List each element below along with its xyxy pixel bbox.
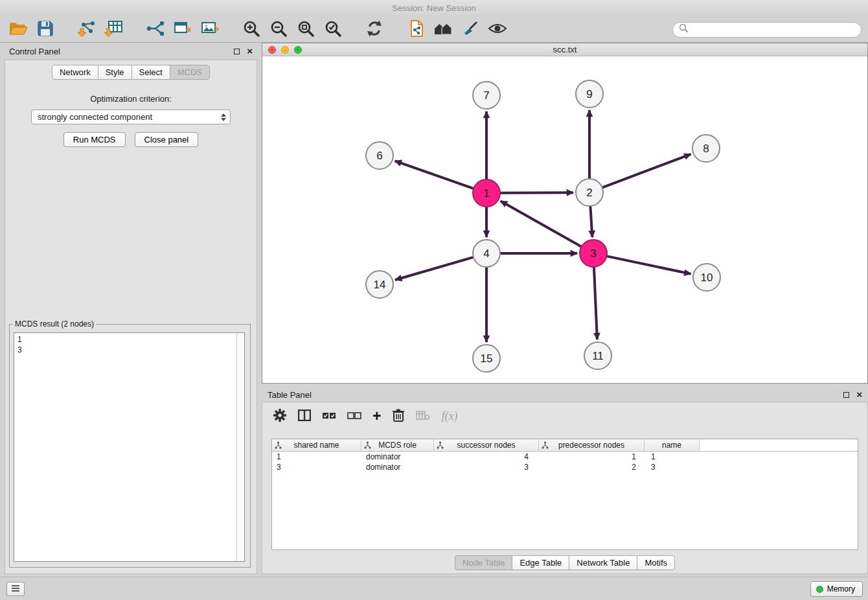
close-panel-icon[interactable]: × — [247, 48, 253, 54]
mcds-result-list[interactable]: 1 3 — [14, 332, 245, 562]
cell-name[interactable]: 3 — [645, 462, 700, 472]
import-table-button[interactable] — [102, 19, 126, 41]
new-view-button[interactable] — [171, 19, 194, 41]
graph-edge-3-1[interactable] — [501, 201, 582, 247]
graph-edge-2-8[interactable] — [602, 154, 691, 188]
tab-style[interactable]: Style — [98, 65, 132, 80]
network-window-titlebar[interactable]: × − + scc.txt — [262, 43, 867, 56]
close-table-panel-icon[interactable]: × — [856, 391, 862, 398]
show-columns-button[interactable] — [298, 406, 311, 426]
function-builder-button[interactable]: f(x) — [441, 406, 457, 426]
zoom-in-button[interactable] — [240, 19, 263, 41]
column-header-name[interactable]: name — [645, 439, 700, 451]
graph-edge-3-11[interactable] — [594, 266, 597, 340]
graph-node-15[interactable]: 15 — [473, 345, 500, 372]
cell-successor-nodes[interactable]: 4 — [434, 452, 539, 462]
cell-shared-name[interactable]: 3 — [272, 462, 361, 472]
graph-edge-4-14[interactable] — [395, 257, 474, 280]
graph-node-8[interactable]: 8 — [692, 135, 720, 162]
minimize-window-icon[interactable]: − — [281, 46, 289, 54]
home-button[interactable] — [431, 19, 455, 41]
export-image-button[interactable] — [198, 19, 222, 41]
search-input[interactable] — [692, 24, 855, 35]
table-row[interactable]: 3 dominator 3 2 3 — [272, 462, 858, 472]
tab-motifs[interactable]: Motifs — [637, 555, 675, 570]
cell-mcds-role[interactable]: dominator — [361, 462, 434, 472]
node-table: shared name MCDS role successor nodes — [271, 439, 858, 550]
zoom-fit-button[interactable] — [294, 19, 317, 41]
tab-edge-table[interactable]: Edge Table — [512, 555, 569, 570]
zoom-window-icon[interactable]: + — [294, 46, 302, 54]
plus-icon: + — [372, 409, 381, 423]
cell-shared-name[interactable]: 1 — [272, 452, 361, 462]
memory-button[interactable]: Memory — [810, 581, 863, 597]
refresh-button[interactable] — [363, 19, 386, 41]
graph-node-11[interactable]: 11 — [584, 342, 611, 369]
tab-network-table[interactable]: Network Table — [569, 555, 637, 570]
cell-successor-nodes[interactable]: 3 — [434, 462, 539, 472]
tab-network[interactable]: Network — [52, 65, 98, 80]
cell-mcds-role[interactable]: dominator — [361, 452, 434, 462]
clone-network-button[interactable] — [404, 19, 428, 41]
close-window-icon[interactable]: × — [268, 46, 276, 54]
table-settings-button[interactable] — [273, 406, 287, 426]
delete-table-button[interactable] — [416, 406, 430, 426]
graph-node-label: 1 — [483, 187, 489, 200]
result-item[interactable]: 1 — [17, 334, 234, 345]
network-canvas[interactable]: 7968124314101511 — [262, 56, 867, 383]
column-header-shared-name[interactable]: shared name — [272, 439, 361, 451]
share-network-button[interactable] — [144, 19, 167, 41]
graph-edge-3-10[interactable] — [606, 256, 691, 274]
graph-edge-1-2[interactable] — [499, 192, 573, 193]
graph-node-6[interactable]: 6 — [366, 142, 393, 169]
column-header-predecessor-nodes[interactable]: predecessor nodes — [539, 439, 645, 451]
import-network-button[interactable] — [75, 19, 98, 41]
network-graph-svg[interactable]: 7968124314101511 — [262, 56, 867, 383]
table-row[interactable]: 1 dominator 4 1 1 — [272, 452, 858, 462]
tab-node-table[interactable]: Node Table — [455, 555, 513, 570]
search-field[interactable] — [672, 22, 862, 38]
zoom-selected-button[interactable] — [321, 19, 345, 41]
float-panel-icon[interactable] — [234, 49, 240, 54]
show-graphics-button[interactable] — [486, 19, 509, 41]
graph-node-label: 8 — [703, 143, 709, 155]
graph-node-10[interactable]: 10 — [693, 264, 720, 291]
graph-node-label: 14 — [374, 279, 386, 291]
cell-predecessor-nodes[interactable]: 1 — [539, 452, 645, 462]
zoom-out-button[interactable] — [267, 19, 290, 41]
column-label: shared name — [293, 441, 339, 450]
result-scrollbar[interactable] — [236, 333, 244, 561]
tab-mcds[interactable]: MCDS — [170, 65, 210, 80]
optimization-criterion-select[interactable]: strongly connected component — [31, 110, 231, 124]
open-file-button[interactable] — [6, 19, 30, 41]
graph-edge-1-6[interactable] — [395, 161, 475, 189]
delete-column-button[interactable] — [392, 406, 405, 426]
task-history-button[interactable] — [6, 582, 25, 596]
graph-node-9[interactable]: 9 — [576, 80, 603, 108]
cell-name[interactable]: 1 — [645, 452, 700, 462]
close-panel-button[interactable]: Close panel — [135, 132, 199, 147]
tab-select[interactable]: Select — [131, 65, 170, 80]
gear-icon — [273, 408, 287, 424]
deselect-all-rows-button[interactable] — [347, 406, 361, 426]
column-header-successor-nodes[interactable]: successor nodes — [434, 439, 539, 451]
select-all-rows-button[interactable] — [322, 406, 336, 426]
result-item[interactable]: 3 — [17, 345, 234, 355]
float-table-panel-icon[interactable] — [843, 392, 849, 398]
apply-style-button[interactable] — [459, 19, 482, 41]
graph-node-2[interactable]: 2 — [576, 179, 603, 206]
share-network-icon — [146, 19, 165, 40]
add-column-button[interactable]: + — [372, 406, 381, 426]
graph-edge-2-3[interactable] — [590, 205, 592, 237]
column-header-mcds-role[interactable]: MCDS role — [361, 439, 434, 451]
graph-node-3[interactable]: 3 — [580, 240, 607, 267]
graph-node-14[interactable]: 14 — [366, 271, 393, 298]
run-mcds-button[interactable]: Run MCDS — [63, 132, 126, 147]
graph-node-7[interactable]: 7 — [473, 82, 500, 109]
table-header-row: shared name MCDS role successor nodes — [272, 439, 858, 452]
stepper-arrows-icon — [221, 113, 226, 121]
graph-node-4[interactable]: 4 — [473, 240, 500, 267]
graph-node-1[interactable]: 1 — [473, 179, 500, 207]
cell-predecessor-nodes[interactable]: 2 — [539, 462, 645, 472]
save-session-button[interactable] — [34, 19, 57, 41]
